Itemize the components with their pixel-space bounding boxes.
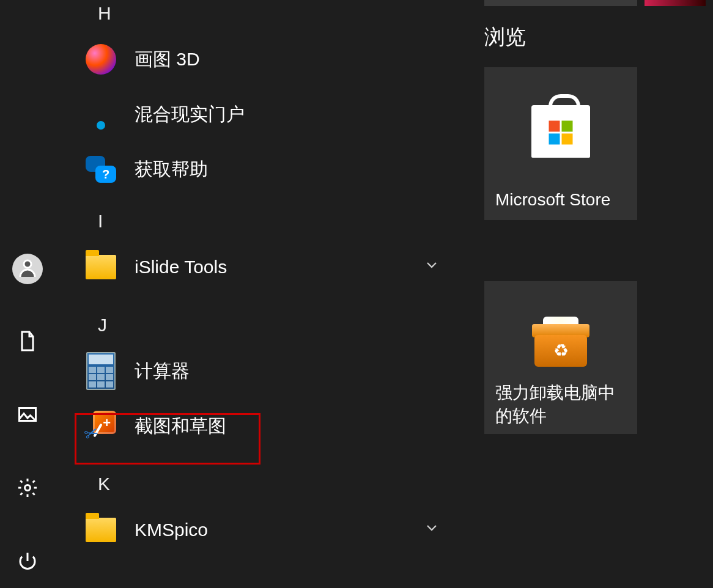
app-label: 画图 3D (135, 47, 465, 72)
power-icon (17, 550, 39, 575)
app-label: iSlide Tools (135, 257, 465, 277)
section-header-J[interactable]: J (73, 307, 465, 344)
paint3d-icon (86, 44, 116, 75)
chevron-down-icon (423, 520, 440, 541)
app-label: KMSpico (135, 520, 465, 540)
svg-point-0 (24, 260, 31, 268)
tile-placeholder[interactable] (645, 0, 706, 6)
folder-icon (86, 515, 116, 545)
pictures-icon (17, 403, 39, 428)
app-label: 计算器 (135, 359, 465, 384)
chevron-down-icon (423, 257, 440, 278)
document-icon (17, 330, 39, 355)
section-letter: J (98, 315, 107, 336)
snip-sketch-icon: +✂ (86, 411, 116, 441)
store-icon (531, 105, 590, 158)
app-label: 获取帮助 (135, 157, 465, 182)
tile-uninstaller[interactable]: ♻ 强力卸载电脑中的软件 (484, 281, 637, 434)
app-paint3d[interactable]: 画图 3D (73, 32, 465, 87)
settings-button[interactable] (12, 474, 43, 504)
start-rail (0, 0, 55, 588)
all-apps-list: H 画图 3D 混合现实门户 ? 获取帮助 I iSlide Tools (73, 0, 465, 557)
tile-placeholder[interactable] (484, 0, 637, 6)
get-help-icon: ? (86, 154, 116, 185)
tile-label: Microsoft Store (495, 188, 626, 211)
tile-microsoft-store[interactable]: Microsoft Store (484, 67, 637, 220)
pictures-button[interactable] (12, 400, 43, 431)
app-islide-tools[interactable]: iSlide Tools (73, 240, 465, 295)
user-account-button[interactable] (12, 254, 43, 284)
app-kmspico[interactable]: KMSpico (73, 502, 465, 557)
calculator-icon (86, 356, 116, 386)
mixed-reality-icon (86, 99, 116, 130)
documents-button[interactable] (12, 327, 43, 358)
section-letter: K (98, 474, 110, 494)
tile-label: 强力卸载电脑中的软件 (495, 381, 626, 428)
person-icon (17, 257, 39, 281)
power-button[interactable] (12, 547, 43, 578)
section-letter: I (98, 211, 103, 232)
app-mixed-reality[interactable]: 混合现实门户 (73, 87, 465, 142)
gear-icon (17, 477, 39, 501)
tile-group-title[interactable]: 浏览 (484, 23, 526, 51)
svg-point-2 (25, 485, 31, 491)
uninstall-box-icon: ♻ (534, 324, 587, 367)
section-header-I[interactable]: I (73, 203, 465, 240)
folder-icon (86, 252, 116, 282)
section-letter: H (98, 3, 111, 24)
app-get-help[interactable]: ? 获取帮助 (73, 142, 465, 197)
section-header-K[interactable]: K (73, 466, 465, 502)
start-menu: H 画图 3D 混合现实门户 ? 获取帮助 I iSlide Tools (0, 0, 713, 588)
section-header-H[interactable]: H (73, 0, 465, 32)
app-calculator[interactable]: 计算器 (73, 344, 465, 399)
app-label: 截图和草图 (135, 414, 465, 439)
app-snip-and-sketch[interactable]: +✂ 截图和草图 (73, 399, 465, 454)
app-label: 混合现实门户 (135, 102, 465, 127)
